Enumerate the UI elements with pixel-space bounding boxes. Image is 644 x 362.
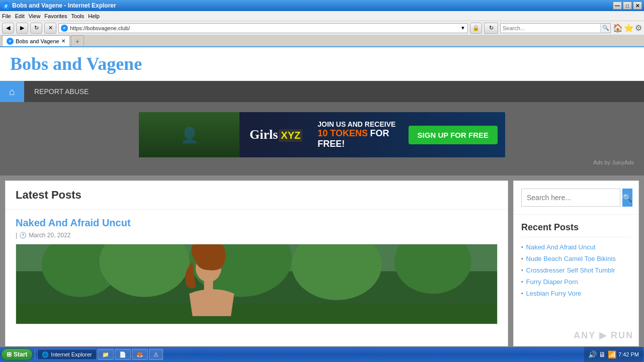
ie-search-go-button[interactable]: 🔍 bbox=[600, 24, 610, 33]
recent-post-item-2: • Nude Beach Camel Toe Bikinis bbox=[521, 255, 631, 262]
recent-posts-title: Recent Posts bbox=[521, 222, 631, 237]
minimize-button[interactable]: — bbox=[613, 2, 622, 10]
taskbar-doc-icon: 📄 bbox=[119, 351, 126, 358]
system-clock: 7:42 PM bbox=[618, 351, 639, 357]
menu-favorites[interactable]: Favorites bbox=[44, 13, 67, 19]
ad-logo-girls: Girls bbox=[250, 127, 278, 142]
post-date: March 20, 2022 bbox=[29, 232, 70, 239]
taskbar-folder-item[interactable]: 📁 bbox=[98, 349, 114, 360]
favorites-icon[interactable]: ⭐ bbox=[624, 23, 634, 33]
ads-by-label: Ads by JuicyAds bbox=[593, 159, 634, 165]
new-tab[interactable]: + bbox=[71, 35, 84, 46]
lock-icon: 🔒 bbox=[470, 23, 482, 34]
taskbar-ie-item[interactable]: 🌐 Internet Explorer bbox=[37, 349, 96, 360]
refresh-button[interactable]: ↻ bbox=[30, 23, 42, 34]
bullet-2: • bbox=[521, 256, 523, 261]
recent-post-link-3[interactable]: Crossdresser Self Shot Tumblr bbox=[526, 266, 615, 274]
site-nav: ⌂ REPORT ABUSE bbox=[0, 81, 644, 102]
anyrun-watermark: ANY ▶ RUN bbox=[574, 330, 633, 341]
menu-bar: File Edit View Favorites Tools Help bbox=[0, 11, 644, 21]
recent-post-link-5[interactable]: Lesbian Furry Vore bbox=[526, 290, 582, 297]
menu-file[interactable]: File bbox=[2, 13, 11, 19]
browser-window: e Bobs and Vagene - Internet Explorer — … bbox=[0, 0, 644, 362]
latest-posts-title: Latest Posts bbox=[16, 189, 498, 202]
site-icon: e bbox=[61, 25, 68, 32]
recent-post-link-1[interactable]: Naked And Afraid Uncut bbox=[526, 243, 596, 251]
home-icon: ⌂ bbox=[9, 86, 15, 98]
clock-icon: 🕐 bbox=[19, 232, 27, 239]
address-input[interactable]: e https://bobsvagene.club/ ▼ bbox=[58, 23, 468, 33]
post-title-link[interactable]: Naked And Afraid Uncut bbox=[16, 217, 498, 229]
ad-section: 👤 Girls XYZ JOIN US AND RECEIVE 10 TOKEN… bbox=[0, 102, 644, 175]
ad-tokens-text: 10 TOKENS FOR FREE! bbox=[317, 128, 403, 149]
anyrun-text: ANY ▶ RUN bbox=[574, 330, 633, 341]
taskbar-firefox-item[interactable]: 🦊 bbox=[132, 349, 148, 360]
post-meta: | 🕐 March 20, 2022 bbox=[16, 232, 498, 239]
menu-edit[interactable]: Edit bbox=[15, 13, 25, 19]
sidebar-search-button[interactable]: 🔍 bbox=[622, 189, 632, 207]
windows-logo: ⊞ bbox=[7, 351, 12, 358]
nav-home-button[interactable]: ⌂ bbox=[0, 81, 24, 102]
taskbar-doc-item[interactable]: 📄 bbox=[115, 349, 131, 360]
go-button[interactable]: ↻ bbox=[484, 23, 498, 34]
ie-logo-icon: e bbox=[2, 2, 10, 10]
content-sidebar: 🔍 Recent Posts • Naked And Afraid Uncut … bbox=[513, 180, 639, 346]
ad-banner[interactable]: 👤 Girls XYZ JOIN US AND RECEIVE 10 TOKEN… bbox=[139, 112, 505, 157]
active-tab[interactable]: e Bobs and Vagene ✕ bbox=[2, 35, 70, 46]
taskbar-alert-icon: ⚠ bbox=[153, 351, 158, 358]
tray-display-icon[interactable]: 🖥 bbox=[599, 350, 606, 358]
site-title: Bobs and Vagene bbox=[10, 53, 634, 74]
ie-search-input[interactable] bbox=[501, 24, 600, 33]
latest-posts-header: Latest Posts bbox=[6, 181, 508, 210]
window-title: Bobs and Vagene - Internet Explorer bbox=[12, 2, 116, 9]
ad-silhouette: 👤 bbox=[139, 112, 239, 157]
tray-network-icon[interactable]: 📶 bbox=[608, 350, 616, 358]
taskbar-alert-item[interactable]: ⚠ bbox=[149, 349, 163, 360]
recent-post-item-5: • Lesbian Furry Vore bbox=[521, 290, 631, 297]
taskbar: ⊞ Start 🌐 Internet Explorer 📁 📄 🦊 ⚠ 🔊 🖥 … bbox=[0, 347, 644, 362]
tab-icon: e bbox=[7, 38, 14, 45]
tray-volume-icon[interactable]: 🔊 bbox=[588, 350, 597, 358]
close-button[interactable]: ✕ bbox=[633, 2, 642, 10]
bullet-3: • bbox=[521, 267, 523, 273]
sidebar-search: 🔍 bbox=[514, 181, 638, 214]
recent-post-item-1: • Naked And Afraid Uncut bbox=[521, 243, 631, 251]
site-header: Bobs and Vagene bbox=[0, 47, 644, 81]
address-bar: ◀ ▶ ↻ ✕ e https://bobsvagene.club/ ▼ 🔒 ↻… bbox=[0, 21, 644, 35]
menu-tools[interactable]: Tools bbox=[71, 13, 85, 19]
maximize-button[interactable]: □ bbox=[623, 2, 632, 10]
post-separator: | bbox=[16, 232, 17, 239]
recent-post-link-4[interactable]: Furry Diaper Porn bbox=[526, 278, 578, 286]
taskbar-ie-label: Internet Explorer bbox=[51, 351, 92, 357]
url-dropdown[interactable]: ▼ bbox=[460, 25, 465, 31]
stop-button[interactable]: ✕ bbox=[44, 23, 56, 34]
url-display[interactable]: https://bobsvagene.club/ bbox=[70, 25, 130, 31]
ad-tokens-num: 10 TOKENS bbox=[317, 128, 368, 138]
sidebar-search-input[interactable] bbox=[521, 189, 620, 207]
recent-posts-section: Recent Posts • Naked And Afraid Uncut • … bbox=[514, 214, 638, 309]
forward-button[interactable]: ▶ bbox=[16, 23, 28, 34]
ad-logo-xyz: XYZ bbox=[279, 129, 302, 142]
title-bar: e Bobs and Vagene - Internet Explorer — … bbox=[0, 0, 644, 11]
post-image-svg bbox=[16, 244, 497, 324]
system-tray: 🔊 🖥 📶 7:42 PM bbox=[584, 347, 643, 362]
ad-signup-button[interactable]: SIGN UP FOR FREE bbox=[409, 126, 498, 144]
menu-help[interactable]: Help bbox=[88, 13, 100, 19]
settings-icon[interactable]: ⚙ bbox=[635, 23, 642, 33]
start-button[interactable]: ⊞ Start bbox=[1, 348, 33, 360]
bullet-4: • bbox=[521, 279, 523, 285]
ie-nav-icons: 🏠 ⭐ ⚙ bbox=[613, 23, 642, 33]
home-nav-icon[interactable]: 🏠 bbox=[613, 23, 623, 33]
back-button[interactable]: ◀ bbox=[2, 23, 14, 34]
taskbar-ie-icon: 🌐 bbox=[42, 351, 49, 358]
taskbar-firefox-icon: 🦊 bbox=[136, 351, 143, 358]
menu-view[interactable]: View bbox=[29, 13, 41, 19]
ad-text-area: JOIN US AND RECEIVE 10 TOKENS FOR FREE! bbox=[312, 120, 408, 149]
post-image bbox=[16, 244, 498, 324]
new-tab-icon: + bbox=[75, 37, 79, 45]
ie-search-bar[interactable]: 🔍 bbox=[500, 23, 611, 33]
nav-report-abuse[interactable]: REPORT ABUSE bbox=[24, 81, 99, 102]
tab-close-button[interactable]: ✕ bbox=[61, 38, 65, 44]
main-content: Latest Posts Naked And Afraid Uncut | 🕐 … bbox=[0, 175, 644, 347]
recent-post-link-2[interactable]: Nude Beach Camel Toe Bikinis bbox=[526, 255, 616, 262]
